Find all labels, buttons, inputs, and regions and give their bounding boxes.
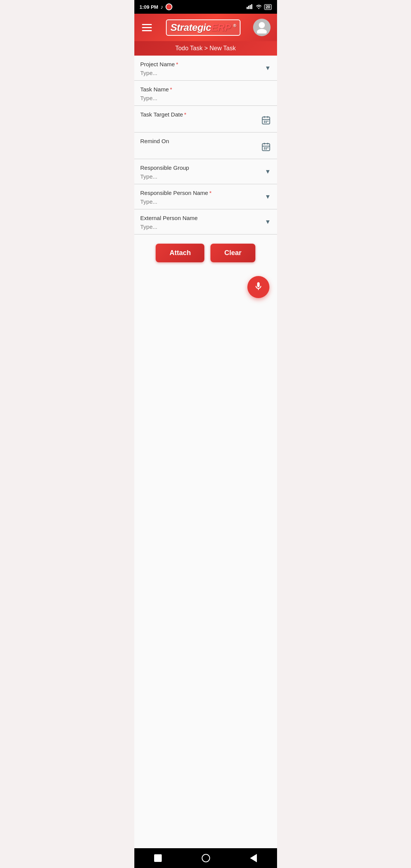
svg-rect-15 <box>262 144 270 151</box>
external-person-name-field: External Person Name ▼ <box>134 209 277 235</box>
voice-input-button[interactable] <box>247 276 269 298</box>
hamburger-line-1 <box>142 24 152 25</box>
battery-icon: 20 <box>264 4 271 10</box>
svg-rect-2 <box>250 5 251 9</box>
hamburger-line-3 <box>142 30 152 31</box>
task-name-field: Task Name * <box>134 81 277 106</box>
svg-rect-11 <box>265 121 266 121</box>
project-name-label: Project Name * <box>140 61 271 67</box>
home-icon <box>202 854 210 862</box>
status-bar: 1:09 PM ♪ 20 <box>134 0 277 14</box>
responsible-group-field: Responsible Group ▼ <box>134 159 277 184</box>
breadcrumb-bar: Todo Task > New Task <box>134 41 277 56</box>
svg-rect-1 <box>248 6 249 9</box>
external-person-name-input[interactable] <box>140 223 271 230</box>
notification-icon <box>166 3 172 10</box>
navigation-bar <box>134 848 277 868</box>
responsible-person-name-dropdown-icon[interactable]: ▼ <box>265 193 271 200</box>
responsible-group-dropdown-icon[interactable]: ▼ <box>265 168 271 175</box>
remind-on-calendar-icon[interactable] <box>261 142 271 154</box>
project-name-field: Project Name * ▼ <box>134 56 277 81</box>
project-name-input[interactable] <box>140 70 271 76</box>
app-header: StrategicERP ® <box>134 14 277 41</box>
svg-rect-21 <box>267 147 268 148</box>
fab-container <box>134 271 277 302</box>
microphone-icon <box>253 281 263 294</box>
wifi-icon <box>255 4 262 10</box>
logo-container: StrategicERP ® <box>166 19 241 36</box>
responsible-person-name-required: * <box>209 190 212 196</box>
svg-rect-23 <box>265 149 266 150</box>
action-buttons: Attach Clear <box>134 235 277 271</box>
attach-button[interactable]: Attach <box>156 244 204 262</box>
svg-rect-0 <box>247 7 248 9</box>
svg-rect-14 <box>265 122 266 123</box>
time-display: 1:09 PM <box>140 4 158 10</box>
task-name-input[interactable] <box>140 95 271 101</box>
task-target-date-label: Task Target Date * <box>140 111 271 118</box>
app-logo: StrategicERP ® <box>170 22 236 33</box>
task-name-label: Task Name * <box>140 86 271 93</box>
responsible-group-input[interactable] <box>140 173 271 180</box>
external-person-name-dropdown-icon[interactable]: ▼ <box>265 219 271 225</box>
logo-box: StrategicERP ® <box>166 19 241 36</box>
svg-rect-3 <box>251 4 252 9</box>
stop-icon <box>154 854 162 862</box>
responsible-group-label: Responsible Group <box>140 164 271 171</box>
user-avatar-icon <box>255 20 269 35</box>
project-name-dropdown-icon[interactable]: ▼ <box>265 65 271 72</box>
svg-point-4 <box>259 22 265 28</box>
hamburger-line-2 <box>142 27 152 28</box>
breadcrumb-text: Todo Task > New Task <box>175 45 236 51</box>
responsible-person-name-field: Responsible Person Name * ▼ <box>134 184 277 209</box>
stop-button[interactable] <box>154 854 162 862</box>
svg-rect-6 <box>262 117 270 124</box>
status-right: 20 <box>247 4 271 10</box>
back-button[interactable] <box>250 854 257 862</box>
status-left: 1:09 PM ♪ <box>140 3 172 10</box>
svg-rect-13 <box>264 122 265 123</box>
signal-icon <box>247 4 253 10</box>
task-target-date-field: Task Target Date * <box>134 106 277 132</box>
svg-rect-20 <box>265 147 266 148</box>
remind-on-label: Remind On <box>140 138 271 144</box>
task-target-date-required: * <box>184 111 186 118</box>
svg-rect-12 <box>267 121 268 121</box>
clear-button[interactable]: Clear <box>210 244 255 262</box>
responsible-person-name-input[interactable] <box>140 198 271 205</box>
avatar-button[interactable] <box>253 19 271 36</box>
external-person-name-label: External Person Name <box>140 215 271 221</box>
svg-point-5 <box>257 29 267 34</box>
home-button[interactable] <box>202 854 210 862</box>
back-icon <box>250 854 257 862</box>
task-name-required: * <box>170 86 172 93</box>
svg-rect-10 <box>264 121 265 121</box>
remind-on-field: Remind On <box>134 132 277 159</box>
svg-rect-22 <box>264 149 265 150</box>
music-icon: ♪ <box>161 4 163 10</box>
svg-rect-19 <box>264 147 265 148</box>
responsible-person-name-label: Responsible Person Name * <box>140 190 271 196</box>
hamburger-button[interactable] <box>140 22 153 33</box>
task-target-date-calendar-icon[interactable] <box>261 115 271 128</box>
form-container: Project Name * ▼ Task Name * Task Target… <box>134 56 277 848</box>
project-name-required: * <box>176 61 178 67</box>
